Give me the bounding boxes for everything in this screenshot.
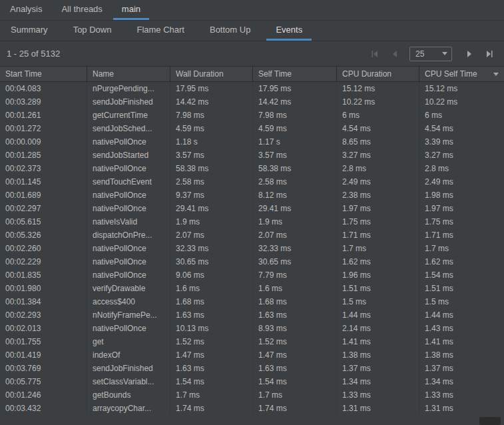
cell-cpu-duration: 1.37 ms bbox=[337, 362, 419, 375]
cell-start-time: 00:01.755 bbox=[0, 335, 87, 348]
table-row[interactable]: 00:01.285sendJobStarted3.57 ms3.57 ms3.2… bbox=[0, 149, 504, 162]
cell-cpu-self-time: 6 ms bbox=[419, 109, 504, 122]
cell-name: nativePollOnce bbox=[87, 162, 170, 175]
table-row[interactable]: 00:01.261getCurrentTime7.98 ms7.98 ms6 m… bbox=[0, 109, 504, 122]
tab-analysis[interactable]: Analysis bbox=[1, 0, 51, 20]
pagination-bar: 1 - 25 of 5132 25 bbox=[0, 41, 504, 67]
cell-self-time: 1.54 ms bbox=[253, 375, 337, 388]
cell-cpu-duration: 10.22 ms bbox=[337, 95, 419, 109]
cell-name: nativeIsValid bbox=[87, 215, 170, 228]
table-row[interactable]: 00:01.755get1.52 ms1.52 ms1.41 ms1.41 ms bbox=[0, 335, 504, 348]
chevron-down-icon bbox=[442, 52, 447, 55]
cell-cpu-duration: 1.75 ms bbox=[337, 215, 419, 228]
column-header-name[interactable]: Name bbox=[87, 67, 170, 81]
cell-name: get bbox=[87, 335, 170, 348]
cell-cpu-duration: 1.51 ms bbox=[337, 282, 419, 295]
table-row[interactable]: 00:05.326dispatchOnPre...2.07 ms2.07 ms1… bbox=[0, 228, 504, 242]
cell-name: sendJobFinished bbox=[87, 95, 170, 109]
table-row[interactable]: 00:01.384access$4001.68 ms1.68 ms1.5 ms1… bbox=[0, 295, 504, 308]
cell-wall-duration: 9.37 ms bbox=[170, 189, 253, 202]
cell-name: arraycopyChar... bbox=[87, 402, 170, 415]
sort-descending-icon bbox=[493, 73, 499, 76]
tab-flame-chart[interactable]: Flame Chart bbox=[127, 21, 194, 41]
cell-name: sendTouchEvent bbox=[87, 175, 170, 189]
table-row[interactable]: 00:01.272sendJobSched...4.59 ms4.59 ms4.… bbox=[0, 122, 504, 135]
previous-page-icon[interactable] bbox=[387, 46, 403, 62]
cell-start-time: 00:04.083 bbox=[0, 82, 87, 95]
cell-cpu-duration: 1.44 ms bbox=[337, 308, 419, 322]
cell-cpu-duration: 1.38 ms bbox=[337, 348, 419, 362]
tab-all-threads[interactable]: All threads bbox=[53, 0, 111, 20]
cell-self-time: 29.41 ms bbox=[253, 202, 337, 215]
table-row[interactable]: 00:01.835nativePollOnce9.06 ms7.79 ms1.9… bbox=[0, 268, 504, 282]
cell-wall-duration: 17.95 ms bbox=[170, 82, 253, 95]
table-row[interactable]: 00:02.260nativePollOnce32.33 ms32.33 ms1… bbox=[0, 242, 504, 255]
page-range-label: 1 - 25 of 5132 bbox=[7, 49, 60, 59]
cell-cpu-duration: 6 ms bbox=[337, 109, 419, 122]
column-header-label: Self Time bbox=[258, 69, 292, 79]
tab-summary[interactable]: Summary bbox=[1, 21, 57, 41]
cell-start-time: 00:03.289 bbox=[0, 95, 87, 109]
next-page-icon[interactable] bbox=[461, 46, 477, 62]
last-page-icon[interactable] bbox=[481, 46, 497, 62]
cell-name: getCurrentTime bbox=[87, 109, 170, 122]
cell-wall-duration: 30.65 ms bbox=[170, 255, 253, 268]
tab-events[interactable]: Events bbox=[266, 21, 312, 41]
cell-cpu-self-time: 1.51 ms bbox=[419, 282, 504, 295]
column-header-cpu-duration[interactable]: CPU Duration bbox=[337, 67, 419, 81]
table-row[interactable]: 00:01.689nativePollOnce9.37 ms8.12 ms2.3… bbox=[0, 189, 504, 202]
table-row[interactable]: 00:05.615nativeIsValid1.9 ms1.9 ms1.75 m… bbox=[0, 215, 504, 228]
table-row[interactable]: 00:04.083nPurgePending...17.95 ms17.95 m… bbox=[0, 82, 504, 95]
table-row[interactable]: 00:01.145sendTouchEvent2.58 ms2.58 ms2.4… bbox=[0, 175, 504, 189]
page-size-dropdown[interactable]: 25 bbox=[409, 47, 452, 61]
table-row[interactable]: 00:03.289sendJobFinished14.42 ms14.42 ms… bbox=[0, 95, 504, 109]
table-body: 00:04.083nPurgePending...17.95 ms17.95 m… bbox=[0, 82, 504, 415]
tab-top-down[interactable]: Top Down bbox=[64, 21, 121, 41]
tab-bottom-up[interactable]: Bottom Up bbox=[200, 21, 260, 41]
cell-start-time: 00:02.260 bbox=[0, 242, 87, 255]
column-header-start-time[interactable]: Start Time bbox=[0, 67, 87, 81]
cell-start-time: 00:01.285 bbox=[0, 149, 87, 162]
cell-cpu-duration: 1.31 ms bbox=[337, 402, 419, 415]
cell-name: sendJobFinished bbox=[87, 362, 170, 375]
column-header-cpu-self-time[interactable]: CPU Self Time bbox=[419, 67, 504, 81]
cell-wall-duration: 1.74 ms bbox=[170, 402, 253, 415]
cell-self-time: 1.6 ms bbox=[253, 282, 337, 295]
cell-start-time: 00:05.775 bbox=[0, 375, 87, 388]
cell-self-time: 30.65 ms bbox=[253, 255, 337, 268]
cell-cpu-self-time: 1.62 ms bbox=[419, 255, 504, 268]
table-row[interactable]: 00:01.246getBounds1.7 ms1.7 ms1.33 ms1.3… bbox=[0, 388, 504, 402]
column-header-self-time[interactable]: Self Time bbox=[253, 67, 337, 81]
tab-top-down-label: Top Down bbox=[73, 25, 112, 35]
table-row[interactable]: 00:02.297nativePollOnce29.41 ms29.41 ms1… bbox=[0, 202, 504, 215]
cell-wall-duration: 2.07 ms bbox=[170, 228, 253, 242]
cell-cpu-self-time: 1.37 ms bbox=[419, 362, 504, 375]
table-row[interactable]: 00:02.229nativePollOnce30.65 ms30.65 ms1… bbox=[0, 255, 504, 268]
table-row[interactable]: 00:01.980verifyDrawable1.6 ms1.6 ms1.51 … bbox=[0, 282, 504, 295]
table-row[interactable]: 00:02.373nativePollOnce58.38 ms58.38 ms2… bbox=[0, 162, 504, 175]
cell-name: indexOf bbox=[87, 348, 170, 362]
cell-self-time: 2.07 ms bbox=[253, 228, 337, 242]
table-row[interactable]: 00:03.432arraycopyChar...1.74 ms1.74 ms1… bbox=[0, 402, 504, 415]
cell-wall-duration: 32.33 ms bbox=[170, 242, 253, 255]
table-row[interactable]: 00:03.769sendJobFinished1.63 ms1.63 ms1.… bbox=[0, 362, 504, 375]
tab-main[interactable]: main bbox=[113, 0, 149, 20]
cell-start-time: 00:02.229 bbox=[0, 255, 87, 268]
cell-self-time: 1.9 ms bbox=[253, 215, 337, 228]
table-row[interactable]: 00:01.419indexOf1.47 ms1.47 ms1.38 ms1.3… bbox=[0, 348, 504, 362]
column-header-wall-duration[interactable]: Wall Duration bbox=[170, 67, 253, 81]
view-tab-bar: Summary Top Down Flame Chart Bottom Up E… bbox=[0, 21, 504, 41]
first-page-icon[interactable] bbox=[367, 46, 383, 62]
table-row[interactable]: 00:02.293nNotifyFramePe...1.63 ms1.63 ms… bbox=[0, 308, 504, 322]
cell-cpu-duration: 8.65 ms bbox=[337, 135, 419, 149]
column-header-label: Start Time bbox=[5, 69, 42, 79]
table-row[interactable]: 00:02.013nativePollOnce10.13 ms8.93 ms2.… bbox=[0, 322, 504, 335]
horizontal-scrollbar-thumb[interactable] bbox=[479, 417, 501, 425]
cell-start-time: 00:01.384 bbox=[0, 295, 87, 308]
table-row[interactable]: 00:05.775setClassVariabl...1.54 ms1.54 m… bbox=[0, 375, 504, 388]
table-row[interactable]: 00:00.009nativePollOnce1.18 s1.17 s8.65 … bbox=[0, 135, 504, 149]
cell-start-time: 00:02.373 bbox=[0, 162, 87, 175]
cell-wall-duration: 29.41 ms bbox=[170, 202, 253, 215]
cell-cpu-self-time: 4.54 ms bbox=[419, 122, 504, 135]
cell-start-time: 00:01.261 bbox=[0, 109, 87, 122]
